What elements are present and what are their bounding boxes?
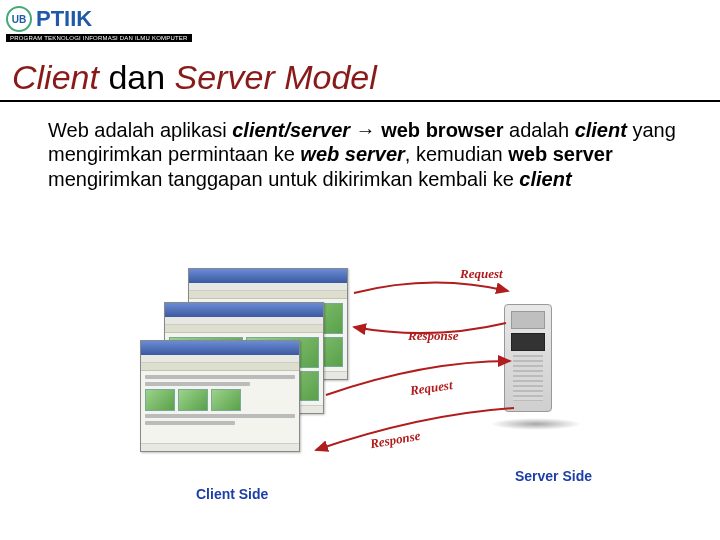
slide-title: Client dan Server Model	[12, 58, 708, 97]
logo-mark-icon: UB	[6, 6, 32, 32]
body-arrow: →	[350, 119, 381, 141]
body-bold: web browser	[381, 119, 503, 141]
request-label: Request	[460, 266, 503, 282]
body-emph: web server	[300, 143, 405, 165]
slide: UB PTIIK PROGRAM TEKNOLOGI INFORMASI DAN…	[0, 0, 720, 540]
client-side-label: Client Side	[196, 486, 268, 502]
body-emph: client	[519, 168, 571, 190]
response-arrow-icon: Response	[312, 424, 516, 438]
server-side-label: Server Side	[515, 468, 592, 484]
logo-bar: UB PTIIK	[6, 6, 92, 32]
response-label: Response	[408, 328, 459, 344]
body-text: mengirimkan tanggapan untuk dikirimkan k…	[48, 168, 519, 190]
body-text: adalah	[503, 119, 574, 141]
title-part-client: Client	[12, 58, 99, 96]
logo-tagline: PROGRAM TEKNOLOGI INFORMASI DAN ILMU KOM…	[6, 34, 192, 42]
title-part-server-model: Server Model	[175, 58, 377, 96]
logo-text: PTIIK	[36, 6, 92, 32]
title-underline	[0, 100, 720, 102]
response-arrow-icon: Response	[350, 322, 510, 336]
body-bold: web server	[508, 143, 613, 165]
body-text: Web adalah aplikasi	[48, 119, 232, 141]
request-arrow-icon: Request	[352, 282, 512, 296]
request-arrow-icon: Request	[324, 372, 512, 386]
body-emph: client	[575, 119, 627, 141]
body-emph: client/server	[232, 119, 350, 141]
title-part-dan: dan	[99, 58, 175, 96]
browser-window-icon	[140, 340, 300, 452]
body-text: , kemudian	[405, 143, 508, 165]
body-paragraph: Web adalah aplikasi client/server → web …	[48, 118, 680, 191]
client-server-diagram: Request Response Request Response Client…	[140, 268, 600, 528]
